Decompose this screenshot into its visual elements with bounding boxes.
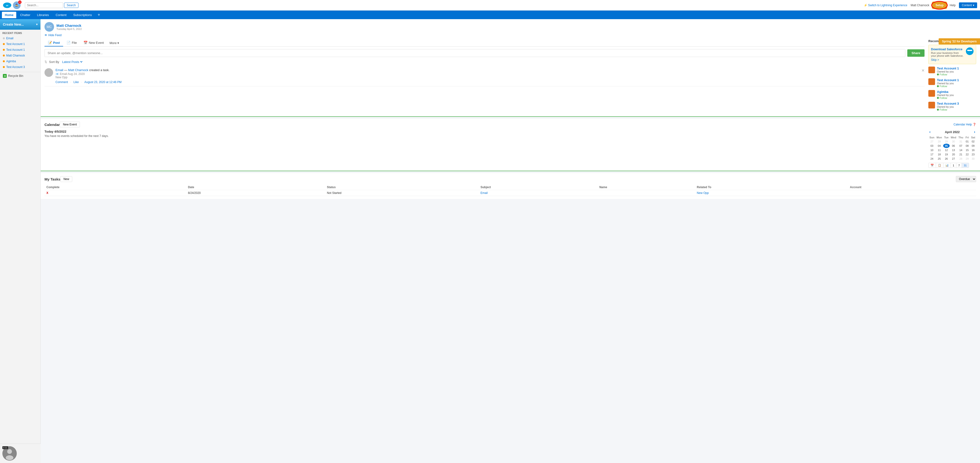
- rec-item-name-0[interactable]: Test Account 1: [937, 67, 959, 70]
- cal-day-3-6[interactable]: 23: [970, 152, 976, 156]
- cal-day-1-4[interactable]: 07: [957, 144, 964, 148]
- nav-content[interactable]: Content: [53, 12, 70, 18]
- nav-subscriptions[interactable]: Subscriptions: [70, 12, 95, 18]
- sort-select[interactable]: Latest Posts: [61, 60, 83, 64]
- rec-download-desc: Run your business from your phone with S…: [931, 51, 964, 57]
- calendar-right: ‹ April 2022 › Sun Mon Tue Wed Thu: [928, 130, 976, 168]
- cal-day-4-1[interactable]: 25: [935, 156, 943, 161]
- lightning-link[interactable]: ⚡ Switch to Lightning Experience: [864, 3, 907, 7]
- rec-item-follow-3[interactable]: Follow: [937, 108, 959, 111]
- cal-day-3-4[interactable]: 21: [957, 152, 964, 156]
- rec-item-name-3[interactable]: Test Account 3: [937, 102, 959, 105]
- cal-day-1-2[interactable]: 05: [943, 144, 950, 148]
- cal-day-0-1[interactable]: 28: [935, 139, 943, 144]
- task-subject-link[interactable]: Email: [480, 191, 488, 195]
- cal-day-3-3[interactable]: 20: [950, 152, 957, 156]
- cal-day-3-2[interactable]: 19: [943, 152, 950, 156]
- like-link[interactable]: Like: [73, 80, 79, 84]
- cal-view-week-icon[interactable]: 📋: [936, 163, 943, 168]
- cal-view-7[interactable]: 7: [956, 163, 962, 168]
- cal-view-31[interactable]: 31: [962, 163, 969, 168]
- cal-day-3-1[interactable]: 18: [935, 152, 943, 156]
- recycle-bin-button[interactable]: ♻ Recycle Bin: [0, 72, 40, 80]
- task-related-to-link[interactable]: New Opp: [697, 191, 709, 195]
- user-avatar-top[interactable]: 🧙 22: [13, 2, 21, 9]
- sidebar-item-agimba[interactable]: Agimba: [0, 58, 40, 64]
- cal-day-4-0[interactable]: 24: [928, 156, 935, 161]
- cal-day-1-3[interactable]: 06: [950, 144, 957, 148]
- rec-skip-link[interactable]: Skip >: [931, 58, 964, 62]
- rec-item-follow-2[interactable]: Follow: [937, 96, 954, 99]
- feed-email-link[interactable]: Email: [56, 68, 64, 72]
- sidebar-item-matt-charnock[interactable]: Matt Charnock: [0, 53, 40, 58]
- calendar-help-link[interactable]: Calendar Help ❓: [953, 123, 976, 126]
- cal-day-4-6[interactable]: 30: [970, 156, 976, 161]
- comment-link[interactable]: Comment: [56, 80, 68, 84]
- cal-day-2-3[interactable]: 13: [950, 148, 957, 152]
- share-button[interactable]: Share: [907, 49, 924, 57]
- cal-day-0-5[interactable]: 01: [964, 139, 970, 144]
- cal-day-2-4[interactable]: 14: [957, 148, 964, 152]
- cal-day-1-0[interactable]: 03: [928, 144, 935, 148]
- tasks-filter-select[interactable]: Overdue: [956, 176, 976, 182]
- tab-more[interactable]: More ▾: [107, 40, 121, 46]
- username-display[interactable]: Matt Charnock: [911, 3, 929, 7]
- cal-day-3-0[interactable]: 17: [928, 152, 935, 156]
- rec-item-follow-0[interactable]: Follow: [937, 73, 959, 76]
- cal-day-0-3[interactable]: 30: [950, 139, 957, 144]
- cal-next-button[interactable]: ›: [973, 130, 976, 134]
- sidebar-item-test-account-1a[interactable]: Test Account 1: [0, 41, 40, 47]
- search-button[interactable]: Search: [64, 3, 78, 8]
- cal-day-0-0[interactable]: 27: [928, 139, 935, 144]
- cal-day-1-1[interactable]: 04: [935, 144, 943, 148]
- nav-plus[interactable]: +: [95, 13, 102, 18]
- tab-post[interactable]: 📝 Post: [45, 39, 63, 46]
- nav-chatter[interactable]: Chatter: [17, 12, 33, 18]
- task-complete-x[interactable]: X: [46, 191, 48, 195]
- rec-download-title[interactable]: Download Salesforce: [931, 47, 964, 51]
- new-event-button[interactable]: New Event: [60, 121, 80, 127]
- cal-day-4-3[interactable]: 27: [950, 156, 957, 161]
- cal-day-2-0[interactable]: 10: [928, 148, 935, 152]
- spring-banner[interactable]: Spring '22 for Developers: [939, 38, 980, 45]
- cal-day-0-4[interactable]: 31: [957, 139, 964, 144]
- tab-new-event[interactable]: 📅 New Event: [80, 39, 107, 46]
- cal-day-4-2[interactable]: 26: [943, 156, 950, 161]
- new-task-button[interactable]: New: [60, 176, 72, 182]
- tab-file[interactable]: 📄 File: [63, 39, 80, 46]
- cal-day-1-6[interactable]: 09: [970, 144, 976, 148]
- cal-view-1[interactable]: 1: [951, 163, 956, 168]
- mini-cal-grid: Sun Mon Tue Wed Thu Fri Sat 272829303101…: [928, 136, 976, 161]
- rec-item-name-2[interactable]: Agimba: [937, 90, 954, 94]
- sidebar-item-email[interactable]: Email: [0, 35, 40, 41]
- feed-author-link[interactable]: Matt Charnock: [68, 68, 89, 72]
- cal-day-2-6[interactable]: 16: [970, 148, 976, 152]
- cal-prev-button[interactable]: ‹: [928, 130, 931, 134]
- cal-day-3-5[interactable]: 22: [964, 152, 970, 156]
- hide-feed-button[interactable]: 👁 Hide Feed: [45, 34, 976, 37]
- sidebar-item-test-account-3[interactable]: Test Account 3: [0, 64, 40, 70]
- content-button[interactable]: Content ▾: [959, 2, 977, 8]
- help-link[interactable]: Help: [950, 3, 956, 7]
- rec-item-name-1[interactable]: Test Account 1: [937, 78, 959, 82]
- cal-day-0-6[interactable]: 02: [970, 139, 976, 144]
- cal-day-0-2[interactable]: 29: [943, 139, 950, 144]
- cal-day-2-2[interactable]: 12: [943, 148, 950, 152]
- feed-item-close-button[interactable]: ✕: [921, 68, 924, 84]
- cal-day-2-5[interactable]: 15: [964, 148, 970, 152]
- nav-libraries[interactable]: Libraries: [34, 12, 52, 18]
- rec-item-follow-1[interactable]: Follow: [937, 85, 959, 88]
- setup-button[interactable]: Setup: [933, 2, 946, 8]
- search-input[interactable]: [25, 2, 63, 8]
- cal-view-day-icon[interactable]: 📅: [929, 163, 936, 168]
- cal-day-2-1[interactable]: 11: [935, 148, 943, 152]
- nav-home[interactable]: Home: [2, 12, 16, 18]
- cal-view-month-icon[interactable]: 📊: [943, 163, 951, 168]
- create-new-button[interactable]: Create New... ▾: [0, 19, 40, 30]
- cal-day-4-5[interactable]: 29: [964, 156, 970, 161]
- sidebar-item-test-account-1b[interactable]: Test Account 1: [0, 47, 40, 53]
- cal-day-4-4[interactable]: 28: [957, 156, 964, 161]
- share-input[interactable]: [45, 49, 905, 57]
- feed-username[interactable]: Matt Charnock: [56, 24, 82, 27]
- cal-day-1-5[interactable]: 08: [964, 144, 970, 148]
